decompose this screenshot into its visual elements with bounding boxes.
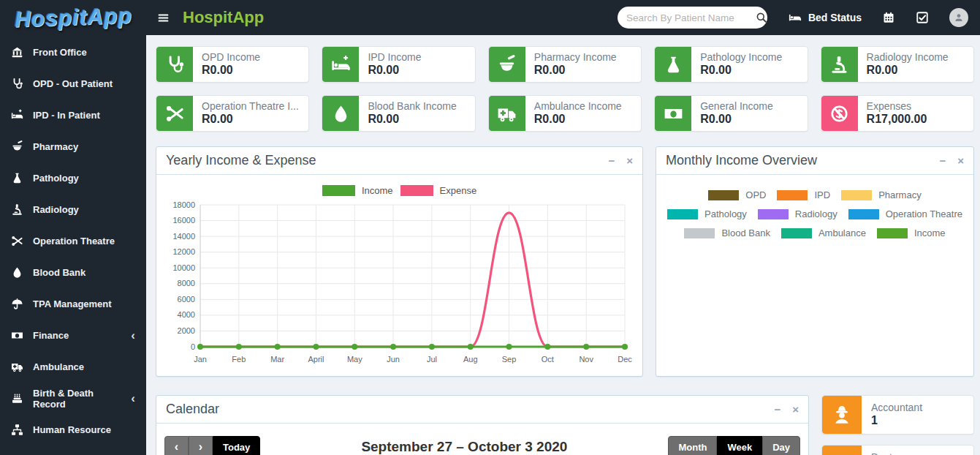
- stat-card-radiology-income[interactable]: Radiology Income R0.00: [821, 46, 974, 83]
- sidebar-item-pathology[interactable]: Pathology: [0, 162, 146, 194]
- doctor-card[interactable]: Doctor: [821, 445, 974, 455]
- droplet-icon: [11, 266, 23, 279]
- legend-swatch: [841, 190, 872, 200]
- stat-card-pathology-income[interactable]: Pathology Income R0.00: [654, 46, 808, 83]
- stat-value: R0.00: [534, 64, 617, 77]
- user-avatar[interactable]: [949, 8, 968, 27]
- droplet-icon: [322, 96, 359, 131]
- stat-value: R0.00: [202, 64, 260, 77]
- flask-icon: [11, 172, 23, 184]
- legend-swatch: [708, 190, 739, 200]
- month-view-button[interactable]: Month: [668, 436, 717, 455]
- svg-text:Jul: Jul: [427, 355, 437, 364]
- sidebar-item-human-resource[interactable]: Human Resource: [0, 414, 146, 445]
- legend-item[interactable]: Pharmacy: [841, 189, 922, 200]
- panel-title: Yearly Income & Expense: [166, 153, 316, 168]
- stat-card-opd-income[interactable]: OPD Income R0.00: [156, 46, 309, 83]
- bed-status-button[interactable]: Bed Status: [788, 11, 862, 24]
- sidebar-item-finance[interactable]: Finance ‹: [0, 320, 146, 351]
- legend-item[interactable]: Blood Bank: [684, 228, 770, 238]
- legend-item[interactable]: Pathology: [667, 208, 747, 219]
- sidebar-item-radiology[interactable]: Radiology: [0, 194, 146, 225]
- today-button[interactable]: Today: [213, 436, 260, 455]
- sidebar-item-label: Blood Bank: [33, 267, 86, 278]
- legend-item[interactable]: OPD: [708, 189, 766, 200]
- calendar-icon[interactable]: [882, 11, 895, 24]
- legend-swatch: [758, 209, 789, 219]
- dollar-slash-icon: [821, 96, 858, 131]
- close-icon[interactable]: ×: [957, 155, 964, 166]
- stat-title: Radiology Income: [867, 51, 949, 63]
- user-secret-icon: [822, 445, 862, 455]
- sidebar-item-label: Radiology: [33, 204, 79, 215]
- close-icon[interactable]: ×: [626, 155, 633, 166]
- sidebar-item-label: Birth & Death Record: [33, 388, 121, 410]
- sidebar-item-ambulance[interactable]: Ambulance: [0, 351, 146, 383]
- stat-card-general-income[interactable]: General Income R0.00: [654, 95, 808, 132]
- svg-text:16000: 16000: [172, 216, 195, 225]
- legend-item[interactable]: Radiology: [758, 208, 837, 219]
- day-view-button[interactable]: Day: [762, 436, 800, 455]
- sidebar-item-opd[interactable]: OPD - Out Patient: [0, 68, 146, 99]
- svg-text:Mar: Mar: [270, 355, 284, 364]
- sidebar-item-label: Ambulance: [33, 361, 84, 372]
- legend-label: IPD: [814, 189, 830, 200]
- legend-item[interactable]: Ambulance: [781, 228, 866, 238]
- stat-value: R0.00: [534, 113, 622, 126]
- stat-title: Operation Theatre I...: [202, 100, 299, 112]
- week-view-button[interactable]: Week: [717, 436, 762, 455]
- stat-card-expenses[interactable]: Expenses R17,000.00: [821, 95, 974, 132]
- svg-text:0: 0: [191, 342, 195, 351]
- legend-item[interactable]: Income: [877, 228, 946, 238]
- legend-swatch: [667, 209, 698, 219]
- legend-item-expense[interactable]: Expense: [400, 185, 477, 196]
- stat-value: R0.00: [202, 113, 299, 126]
- sidebar-item-operation-theatre[interactable]: Operation Theatre: [0, 225, 146, 257]
- scissors-icon: [156, 96, 193, 131]
- accountant-card[interactable]: Accountant 1: [821, 395, 974, 435]
- legend-item[interactable]: IPD: [777, 189, 830, 200]
- sidebar-item-pharmacy[interactable]: Pharmacy: [0, 131, 146, 162]
- staff-title: Accountant: [871, 402, 922, 413]
- hamburger-icon[interactable]: [157, 12, 170, 24]
- legend-item-income[interactable]: Income: [322, 185, 393, 196]
- svg-text:Jun: Jun: [387, 355, 400, 364]
- legend-swatch: [400, 185, 433, 196]
- stat-card-blood-bank-income[interactable]: Blood Bank Income R0.00: [322, 95, 475, 132]
- app-logo[interactable]: HospitApp: [0, 0, 146, 35]
- stat-card-ipd-income[interactable]: IPD Income R0.00: [322, 46, 475, 83]
- sidebar-item-front-office[interactable]: Front Office: [0, 37, 146, 68]
- legend-label: OPD: [745, 189, 766, 200]
- legend-item[interactable]: Operation Theatre: [848, 208, 962, 219]
- user-icon: [954, 12, 964, 23]
- minimize-icon[interactable]: −: [939, 155, 946, 166]
- sidebar-item-ipd[interactable]: IPD - In Patient: [0, 99, 146, 131]
- minimize-icon[interactable]: −: [774, 404, 780, 415]
- prev-button[interactable]: ‹: [164, 436, 189, 455]
- legend-swatch: [322, 185, 355, 196]
- stat-card-operation-theatre-income[interactable]: Operation Theatre I... R0.00: [156, 95, 309, 132]
- stethoscope-icon: [11, 78, 23, 90]
- sidebar-item-label: Human Resource: [33, 424, 111, 435]
- search-icon[interactable]: [756, 12, 767, 23]
- stat-card-ambulance-income[interactable]: Ambulance Income R0.00: [488, 95, 642, 132]
- legend-swatch: [777, 190, 808, 200]
- stat-value: R0.00: [700, 113, 773, 126]
- tasks-icon[interactable]: [916, 11, 929, 24]
- svg-text:10000: 10000: [172, 263, 195, 272]
- stat-title: General Income: [700, 100, 773, 112]
- close-icon[interactable]: ×: [792, 404, 799, 415]
- sidebar-item-label: Finance: [33, 330, 69, 341]
- next-button[interactable]: ›: [189, 436, 213, 455]
- stat-card-pharmacy-income[interactable]: Pharmacy Income R0.00: [488, 46, 642, 83]
- legend-label: Ambulance: [818, 228, 866, 238]
- calendar-date-range: September 27 – October 3 2020: [260, 439, 668, 455]
- minimize-icon[interactable]: −: [608, 155, 615, 166]
- svg-text:18000: 18000: [172, 200, 195, 209]
- sidebar: Front Office OPD - Out Patient IPD - In …: [0, 35, 146, 455]
- sidebar-item-birth-death-record[interactable]: Birth & Death Record ‹: [0, 383, 146, 414]
- search-input[interactable]: [626, 12, 756, 23]
- sidebar-item-tpa-management[interactable]: TPA Management: [0, 288, 146, 320]
- sidebar-item-blood-bank[interactable]: Blood Bank: [0, 257, 146, 288]
- legend-swatch: [877, 228, 908, 238]
